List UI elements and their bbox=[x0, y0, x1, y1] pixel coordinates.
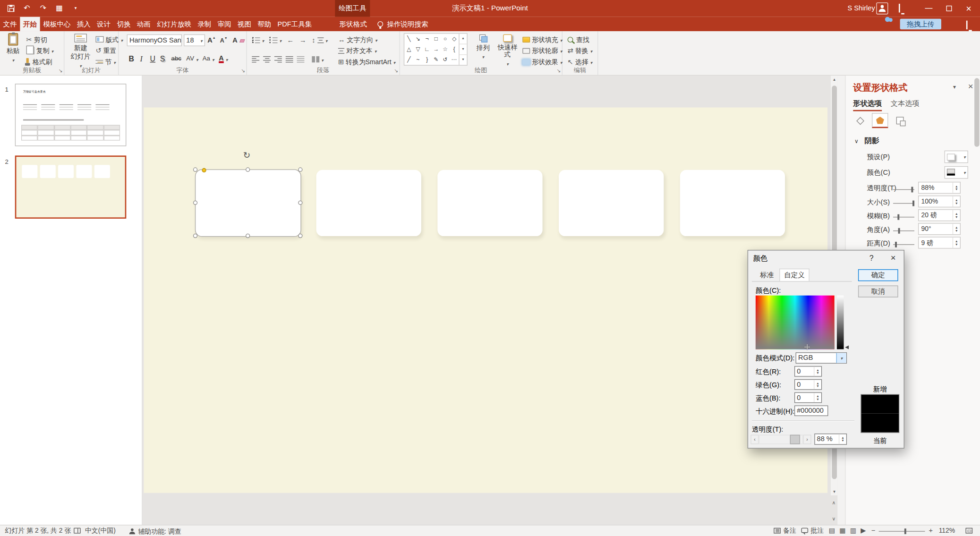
blur-spinner[interactable]: 20 磅 bbox=[918, 209, 961, 221]
font-size-combo[interactable]: 18 bbox=[184, 34, 205, 46]
tab-review[interactable]: 审阅 bbox=[214, 17, 234, 31]
accessibility-button[interactable]: 辅助功能: 调查 bbox=[129, 527, 181, 535]
reset-button[interactable]: ↺ 重置 bbox=[95, 46, 116, 56]
replace-button[interactable]: ⇄ 替换 bbox=[568, 46, 593, 56]
align-left-button[interactable] bbox=[252, 54, 259, 64]
color-crosshair[interactable] bbox=[804, 344, 810, 350]
tab-file[interactable]: 文件 bbox=[0, 17, 20, 31]
shape-connector-icon[interactable]: ¬ bbox=[423, 34, 432, 44]
color-gradient-field[interactable] bbox=[756, 296, 835, 349]
text-shadow-button[interactable]: S bbox=[160, 54, 165, 64]
spell-check-button[interactable] bbox=[74, 528, 81, 534]
change-case-button[interactable]: Aa bbox=[203, 54, 214, 64]
zoom-slider[interactable] bbox=[879, 531, 925, 531]
shape-line-up-icon[interactable]: ╱ bbox=[404, 55, 413, 65]
distance-spinner[interactable]: 9 磅 bbox=[918, 237, 961, 248]
font-color-button[interactable]: A bbox=[219, 54, 228, 64]
drag-upload-button[interactable]: 拖拽上传 bbox=[900, 19, 941, 29]
select-button[interactable]: ↖ 选择 bbox=[568, 57, 593, 67]
line-spacing-button[interactable]: ↕ bbox=[312, 35, 327, 45]
resize-handle-bottom[interactable] bbox=[246, 234, 250, 238]
resize-handle-left[interactable] bbox=[193, 201, 197, 205]
rotate-handle[interactable]: ↻ bbox=[243, 150, 251, 160]
spinner-arrows[interactable] bbox=[814, 393, 821, 402]
tab-template-center[interactable]: 模板中心 bbox=[40, 17, 74, 31]
underline-button[interactable]: U bbox=[150, 54, 155, 64]
transparency-spinner[interactable]: 88% bbox=[918, 182, 961, 194]
slide-sorter-view-button[interactable]: ▦ bbox=[839, 527, 846, 535]
close-button[interactable]: × bbox=[959, 0, 979, 17]
cut-button[interactable]: ✂ 剪切 bbox=[26, 34, 47, 44]
drawing-dialog-launcher[interactable]: ↘ bbox=[556, 69, 561, 74]
shape-brace-right-icon[interactable]: } bbox=[423, 55, 432, 65]
italic-button[interactable]: I bbox=[140, 54, 142, 64]
fit-to-window-button[interactable] bbox=[966, 528, 973, 534]
scrollbar-thumb[interactable] bbox=[974, 78, 980, 147]
shape-right-angle-icon[interactable]: ∟ bbox=[423, 44, 432, 54]
spinner-arrows[interactable] bbox=[814, 380, 821, 389]
scroll-up-arrow[interactable]: ▴ bbox=[831, 77, 838, 82]
shape-line-icon[interactable]: ╲ bbox=[404, 34, 413, 44]
transparency-scroll-right[interactable]: › bbox=[803, 435, 811, 444]
notes-button[interactable]: 备注 bbox=[774, 527, 796, 535]
tab-design[interactable]: 设计 bbox=[94, 17, 114, 31]
red-spinner[interactable]: 0 bbox=[794, 366, 822, 376]
ok-button[interactable]: 确定 bbox=[858, 269, 898, 281]
zoom-out-button[interactable]: − bbox=[871, 527, 876, 535]
shape-fill-button[interactable]: 形状填充 bbox=[522, 34, 562, 44]
gallery-more-button[interactable]: ▾ bbox=[460, 54, 467, 65]
previous-slide-button[interactable]: ∧ bbox=[830, 498, 837, 507]
transparency-dialog-spinner[interactable]: 88 % bbox=[814, 434, 847, 445]
shape-outline-button[interactable]: 形状轮廓 bbox=[522, 46, 562, 56]
resize-handle-top-right[interactable] bbox=[298, 168, 302, 172]
columns-button[interactable] bbox=[312, 54, 324, 64]
tab-standard[interactable]: 标准 bbox=[754, 270, 779, 281]
dialog-help-button[interactable]: ? bbox=[869, 254, 874, 263]
blue-spinner[interactable]: 0 bbox=[794, 392, 822, 403]
pane-close-button[interactable]: × bbox=[968, 81, 973, 92]
transparency-track[interactable] bbox=[759, 435, 803, 444]
transparency-slider[interactable] bbox=[893, 189, 914, 190]
luminance-bar[interactable] bbox=[837, 296, 844, 349]
angle-slider[interactable] bbox=[893, 230, 914, 231]
tab-insert[interactable]: 插入 bbox=[74, 17, 94, 31]
distribute-button[interactable] bbox=[297, 54, 305, 64]
dropdown-arrow-button[interactable] bbox=[836, 353, 846, 363]
green-spinner[interactable]: 0 bbox=[794, 379, 822, 390]
spinner-arrows[interactable] bbox=[839, 434, 846, 444]
character-spacing-button[interactable]: AV bbox=[186, 54, 198, 64]
tab-shape-format[interactable]: 形状格式 bbox=[336, 17, 370, 31]
shape-rounded-rectangle-3[interactable] bbox=[437, 170, 542, 236]
slider-thumb[interactable] bbox=[912, 201, 914, 206]
spinner-arrows[interactable] bbox=[953, 182, 960, 193]
size-slider[interactable] bbox=[893, 203, 914, 204]
spinner-arrows[interactable] bbox=[953, 196, 960, 206]
align-right-button[interactable] bbox=[274, 54, 282, 64]
bullets-button[interactable] bbox=[252, 35, 264, 45]
slideshow-view-button[interactable]: ▶ bbox=[861, 527, 866, 535]
gallery-scroll-up-button[interactable]: ▴ bbox=[460, 34, 467, 43]
section-button[interactable]: 节 bbox=[95, 57, 115, 67]
slider-thumb[interactable] bbox=[895, 242, 897, 247]
shape-diamond-icon[interactable]: ◇ bbox=[450, 34, 459, 44]
shape-curve-icon[interactable]: ~ bbox=[413, 55, 422, 65]
slider-thumb[interactable] bbox=[898, 228, 900, 234]
slideshow-grid-button[interactable]: ▦ bbox=[52, 1, 66, 15]
justify-button[interactable] bbox=[286, 54, 293, 64]
slider-thumb[interactable] bbox=[897, 214, 899, 220]
minimize-button[interactable]: — bbox=[919, 0, 938, 17]
normal-view-button[interactable]: ▤ bbox=[829, 527, 835, 535]
display-settings-button[interactable] bbox=[899, 4, 900, 12]
reading-view-button[interactable]: ▥ bbox=[850, 527, 857, 535]
size-properties-button[interactable] bbox=[892, 113, 908, 128]
spinner-arrows[interactable] bbox=[953, 238, 960, 248]
gallery-scroll-down-button[interactable]: ▾ bbox=[460, 44, 467, 54]
slide-surface[interactable] bbox=[144, 108, 827, 493]
zoom-percentage[interactable]: 112% bbox=[939, 527, 955, 535]
convert-smartart-button[interactable]: ⊞ 转换为SmartArt bbox=[338, 57, 395, 67]
tab-slideshow[interactable]: 幻灯片放映 bbox=[154, 17, 195, 31]
shape-oval-icon[interactable]: ○ bbox=[441, 34, 450, 44]
strikethrough-button[interactable]: abc bbox=[171, 54, 181, 64]
increase-indent-button[interactable]: → bbox=[299, 35, 307, 45]
clear-formatting-button[interactable]: A bbox=[232, 35, 244, 45]
